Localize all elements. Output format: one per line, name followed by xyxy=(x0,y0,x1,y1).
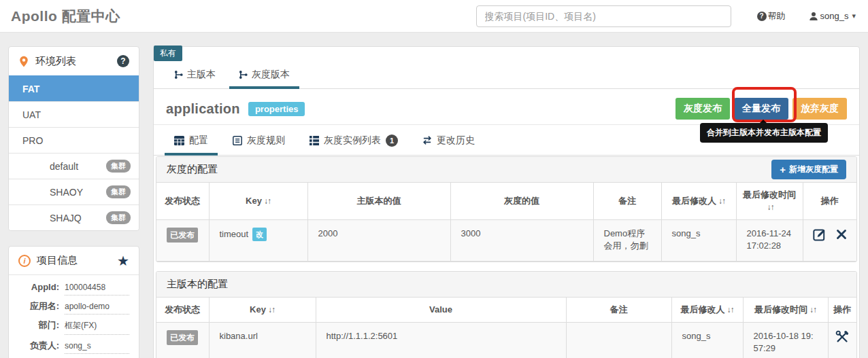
info-icon: i xyxy=(18,255,31,267)
sort-icon: ↓↑ xyxy=(767,202,774,212)
app-title: Apollo 配置中心 xyxy=(11,7,120,26)
value-cell: http://1.1.1.2:5601 xyxy=(316,323,566,358)
sidebar-item-cluster-shajq[interactable]: SHAJQ 集群 xyxy=(9,204,139,230)
table-header-row: 发布状态 Key↓↑ 主版本的值 灰度的值 备注 最后修改人↓↑ 最后修改时间 … xyxy=(156,183,856,220)
table-header-row: 发布状态 Key↓↑ Value 备注 最后修改人↓↑ 最后修改时间↓↑ 操作 xyxy=(156,298,856,323)
field-label: 应用名: xyxy=(16,300,59,312)
help-question-icon: ? xyxy=(757,12,767,21)
col-modified-by[interactable]: 最后修改人↓↑ xyxy=(661,183,736,220)
col-modified-time[interactable]: 最后修改时间↓↑ xyxy=(743,298,828,323)
field-label: 负责人: xyxy=(16,340,59,352)
tab-label: 灰度实例列表 xyxy=(324,135,381,147)
edit-icon[interactable] xyxy=(813,228,827,245)
field-value: 框架(FX) xyxy=(65,320,129,335)
cluster-badge: 集群 xyxy=(106,160,131,173)
field-owner: 负责人: song_s xyxy=(16,340,129,354)
favorite-star-icon[interactable]: ★ xyxy=(117,254,129,268)
full-release-button[interactable]: 全量发布 xyxy=(734,98,788,120)
status-cell: 已发布 xyxy=(156,220,209,262)
sort-icon: ↓↑ xyxy=(727,305,734,315)
modified-badge: 改 xyxy=(252,228,267,241)
modified-time-cell: 2016-11-24 17:02:28 xyxy=(736,220,803,262)
master-value-cell: 2000 xyxy=(307,220,450,262)
cluster-label: SHAJQ xyxy=(50,213,82,223)
tab-config[interactable]: 配置 xyxy=(165,128,218,156)
sidebar-item-env-fat[interactable]: FAT xyxy=(9,75,139,101)
sort-icon: ↓↑ xyxy=(268,305,275,315)
user-icon xyxy=(809,12,818,21)
modified-time-cell: 2016-10-18 19:57:29 xyxy=(743,323,828,358)
sidebar-item-env-uat[interactable]: UAT xyxy=(9,101,139,127)
tab-label: 配置 xyxy=(189,135,208,147)
gray-value-cell: 3000 xyxy=(450,220,593,262)
master-config-header: 主版本的配置 xyxy=(156,272,856,298)
tools-icon[interactable] xyxy=(835,330,849,347)
environment-help-icon[interactable]: ? xyxy=(117,55,129,67)
col-modified-time[interactable]: 最后修改时间 ↓↑ xyxy=(736,183,803,220)
field-value: song_s xyxy=(65,341,129,354)
private-tag: 私有 xyxy=(154,46,182,61)
version-tab-row: 主版本 灰度版本 xyxy=(154,63,859,89)
cluster-label: default xyxy=(50,161,78,172)
operations-cell xyxy=(803,220,856,262)
col-value: Value xyxy=(316,298,566,323)
master-config-section: 主版本的配置 发布状态 Key↓↑ Value 备注 最后修改人↓↑ 最后修改时… xyxy=(156,271,857,358)
search-input[interactable] xyxy=(476,5,731,27)
col-master-value: 主版本的值 xyxy=(307,183,450,220)
abandon-gray-button[interactable]: 放弃灰度 xyxy=(792,98,847,120)
master-config-table: 发布状态 Key↓↑ Value 备注 最后修改人↓↑ 最后修改时间↓↑ 操作 … xyxy=(156,298,856,358)
tab-change-history[interactable]: 更改历史 xyxy=(413,128,484,156)
col-comment: 备注 xyxy=(566,298,671,323)
status-cell: 已发布 xyxy=(156,323,209,358)
environment-panel-title: 环境列表 xyxy=(35,55,76,68)
sort-icon: ↓↑ xyxy=(809,305,816,315)
tab-master-version[interactable]: 主版本 xyxy=(165,63,225,89)
col-status: 发布状态 xyxy=(156,183,209,220)
cluster-label: SHAOY xyxy=(50,187,83,198)
tab-label: 灰度规则 xyxy=(247,135,285,147)
col-key[interactable]: Key↓↑ xyxy=(209,183,307,220)
operations-cell xyxy=(828,323,856,358)
th-list-icon xyxy=(310,136,319,145)
delete-icon[interactable] xyxy=(836,229,847,243)
full-release-tooltip: 合并到主版本并发布主版本配置 xyxy=(700,123,828,143)
col-key[interactable]: Key↓↑ xyxy=(209,298,316,323)
field-label: AppId: xyxy=(16,282,59,292)
branch-icon xyxy=(174,70,183,79)
field-value: apollo-demo xyxy=(65,302,129,315)
exchange-icon xyxy=(422,136,432,145)
environment-panel: 环境列表 ? FAT UAT PRO default 集群 SHAOY 集群 S… xyxy=(8,46,139,231)
sidebar-item-cluster-shaoy[interactable]: SHAOY 集群 xyxy=(9,179,139,204)
col-gray-value: 灰度的值 xyxy=(450,183,593,220)
sort-icon: ↓↑ xyxy=(264,196,271,206)
tab-label: 灰度版本 xyxy=(252,69,290,81)
help-link[interactable]: ? 帮助 xyxy=(757,10,786,22)
col-operations: 操作 xyxy=(828,298,856,323)
user-menu[interactable]: song_s ▾ xyxy=(809,11,856,21)
col-operations: 操作 xyxy=(803,183,856,220)
key-cell: kibana.url xyxy=(209,323,316,358)
cluster-badge: 集群 xyxy=(106,211,131,224)
tab-gray-version[interactable]: 灰度版本 xyxy=(229,63,299,89)
col-modified-by[interactable]: 最后修改人↓↑ xyxy=(671,298,743,323)
col-status: 发布状态 xyxy=(156,298,209,323)
instance-count-badge: 1 xyxy=(386,135,398,147)
sidebar-item-env-pro[interactable]: PRO xyxy=(9,127,139,153)
env-label: PRO xyxy=(22,135,43,146)
project-info-panel: i 项目信息 ★ AppId: 100004458 应用名: apollo-de… xyxy=(8,246,139,358)
tab-gray-instances[interactable]: 灰度实例列表 1 xyxy=(300,128,407,156)
namespace-heading-row: application properties 灰度发布 全量发布 放弃灰度 xyxy=(166,93,847,124)
status-badge: 已发布 xyxy=(167,228,198,243)
field-app-name: 应用名: apollo-demo xyxy=(16,300,129,315)
add-gray-config-button[interactable]: + 新增灰度配置 xyxy=(771,160,846,179)
tab-label: 更改历史 xyxy=(437,135,475,147)
tab-gray-rules[interactable]: 灰度规则 xyxy=(223,128,295,156)
env-label: FAT xyxy=(22,84,39,94)
top-header: Apollo 配置中心 ? 帮助 song_s ▾ xyxy=(0,0,868,33)
gray-config-title: 灰度的配置 xyxy=(167,163,218,176)
header-right: ? 帮助 song_s ▾ xyxy=(476,5,856,27)
comment-cell xyxy=(566,323,671,358)
gray-release-button[interactable]: 灰度发布 xyxy=(675,98,730,120)
sidebar-item-cluster-default[interactable]: default 集群 xyxy=(9,153,139,179)
env-label: UAT xyxy=(22,109,41,120)
